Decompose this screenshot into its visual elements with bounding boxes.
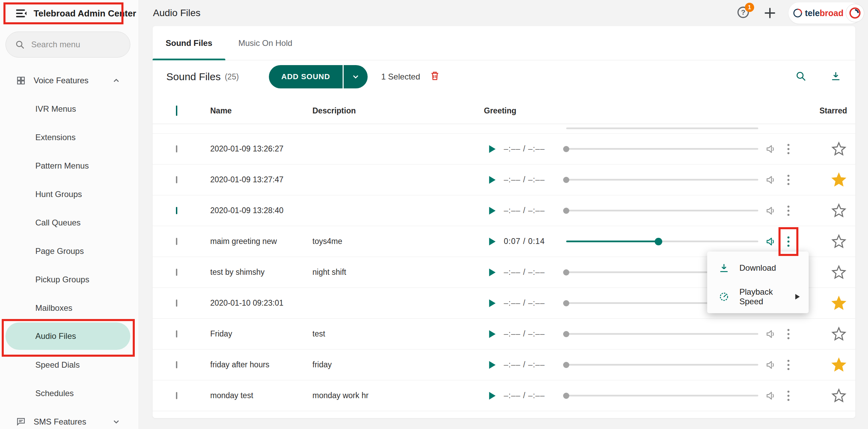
player-time: –:–– / –:–– — [504, 175, 562, 184]
table-search-button[interactable] — [795, 70, 808, 83]
volume-button[interactable] — [765, 174, 777, 186]
sidebar-item-schedules[interactable]: Schedules — [0, 379, 139, 407]
volume-button[interactable] — [765, 143, 777, 155]
star-toggle[interactable] — [831, 388, 846, 403]
volume-button[interactable] — [765, 390, 777, 402]
play-icon — [485, 174, 498, 186]
sidebar-item-extensions[interactable]: Extensions — [0, 123, 139, 151]
sidebar-item-pattern-menus[interactable]: Pattern Menus — [0, 151, 139, 180]
play-button[interactable] — [484, 357, 499, 372]
row-checkbox[interactable] — [176, 330, 177, 338]
slider-thumb[interactable] — [563, 208, 569, 214]
player-slider[interactable] — [566, 364, 758, 366]
row-kebab-button[interactable] — [782, 235, 795, 248]
star-toggle[interactable] — [831, 172, 846, 187]
row-kebab-button[interactable] — [782, 327, 795, 341]
row-kebab-button[interactable] — [782, 142, 795, 156]
volume-button[interactable] — [765, 205, 777, 217]
row-checkbox[interactable] — [176, 176, 177, 183]
slider-thumb[interactable] — [563, 362, 569, 368]
avatar[interactable] — [846, 4, 864, 22]
add-button-global[interactable] — [763, 6, 777, 20]
star-toggle[interactable] — [831, 142, 846, 157]
row-checkbox[interactable] — [176, 207, 177, 214]
sidebar-search[interactable] — [5, 32, 130, 58]
select-all-checkbox[interactable] — [176, 106, 177, 116]
player-time: –:–– / –:–– — [504, 268, 562, 277]
star-toggle[interactable] — [831, 265, 846, 280]
star-toggle[interactable] — [831, 203, 846, 218]
add-sound-button[interactable]: ADD SOUND — [269, 65, 342, 88]
play-button[interactable] — [484, 388, 499, 403]
player-slider[interactable] — [566, 395, 758, 396]
sidebar-item-pickup-groups[interactable]: Pickup Groups — [0, 265, 139, 294]
star-toggle[interactable] — [831, 357, 846, 372]
player-time: –:–– / –:–– — [504, 391, 562, 400]
play-icon — [485, 235, 498, 248]
play-button[interactable] — [484, 172, 499, 187]
row-description: test — [312, 329, 479, 339]
star-toggle[interactable] — [831, 234, 846, 249]
slider-thumb[interactable] — [563, 393, 569, 399]
player-slider[interactable] — [566, 210, 758, 211]
sidebar-item-mailboxes[interactable]: Mailboxes — [0, 294, 139, 322]
play-button[interactable] — [484, 234, 499, 249]
player-slider[interactable] — [566, 179, 758, 181]
row-checkbox[interactable] — [176, 269, 177, 276]
row-checkbox[interactable] — [176, 299, 177, 307]
slider-thumb[interactable] — [563, 300, 569, 306]
row-kebab-button[interactable] — [782, 173, 795, 187]
table-download-button[interactable] — [830, 70, 843, 83]
delete-selected-button[interactable] — [429, 70, 443, 84]
sidebar-item-speed-dials[interactable]: Speed Dials — [0, 351, 139, 379]
row-name: monday test — [210, 391, 312, 400]
sidebar-item-audio-files[interactable]: Audio Files — [5, 322, 130, 350]
play-button[interactable] — [484, 296, 499, 311]
chevron-down-icon — [112, 417, 121, 426]
slider-thumb[interactable] — [563, 269, 569, 275]
sidebar-section-sms-features[interactable]: SMS Features — [0, 410, 139, 429]
row-checkbox[interactable] — [176, 392, 177, 399]
sidebar-item-page-groups[interactable]: Page Groups — [0, 237, 139, 265]
tab-sound-files[interactable]: Sound Files — [153, 26, 225, 60]
slider-thumb[interactable] — [655, 238, 662, 245]
section-label: SMS Features — [34, 417, 104, 427]
row-kebab-button[interactable] — [782, 389, 795, 403]
star-toggle[interactable] — [831, 296, 846, 311]
row-checkbox[interactable] — [176, 238, 177, 245]
row-checkbox[interactable] — [176, 361, 177, 368]
add-sound-dropdown-button[interactable] — [344, 65, 368, 88]
player-slider[interactable] — [566, 333, 758, 335]
play-button[interactable] — [484, 142, 499, 157]
play-button[interactable] — [484, 327, 499, 342]
star-toggle[interactable] — [831, 327, 846, 342]
sidebar-item-call-queues[interactable]: Call Queues — [0, 208, 139, 237]
sidebar-item-ivr-menus[interactable]: IVR Menus — [0, 95, 139, 123]
row-kebab-button[interactable] — [782, 204, 795, 218]
help-button[interactable]: ? 1 — [736, 5, 751, 21]
volume-button[interactable] — [765, 236, 777, 247]
slider-thumb[interactable] — [563, 177, 569, 183]
volume-button[interactable] — [765, 359, 777, 371]
player-time: –:–– / –:–– — [504, 298, 562, 308]
account-pill[interactable]: telebroad — [788, 2, 861, 24]
play-button[interactable] — [484, 265, 499, 280]
slider-thumb[interactable] — [563, 146, 569, 152]
menu-open-icon[interactable] — [15, 7, 28, 20]
sidebar-item-hunt-groups[interactable]: Hunt Groups — [0, 180, 139, 208]
slider-thumb[interactable] — [563, 331, 569, 337]
page-title: Audio Files — [153, 8, 201, 19]
row-checkbox[interactable] — [176, 145, 177, 152]
row-kebab-button[interactable] — [782, 358, 795, 372]
player-slider[interactable] — [566, 241, 758, 242]
player-slider[interactable] — [566, 148, 758, 150]
sidebar-section-voice-features[interactable]: Voice Features — [0, 69, 139, 93]
search-input[interactable] — [31, 40, 138, 49]
chevron-up-icon — [112, 76, 121, 85]
menu-item-playback-speed[interactable]: Playback Speed — [707, 282, 809, 311]
tab-music-on-hold[interactable]: Music On Hold — [225, 26, 305, 60]
volume-button[interactable] — [765, 328, 777, 340]
play-button[interactable] — [484, 203, 499, 218]
menu-item-download[interactable]: Download — [707, 254, 809, 282]
audio-player: 0:07 / 0:14 — [479, 234, 814, 249]
